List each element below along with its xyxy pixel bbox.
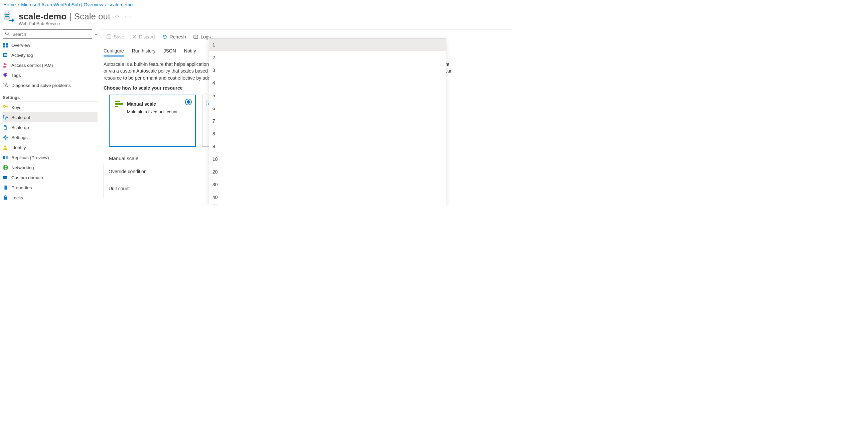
svg-rect-34 bbox=[108, 35, 110, 36]
lock-icon bbox=[3, 195, 8, 200]
network-icon bbox=[3, 165, 8, 170]
diagnose-icon bbox=[3, 83, 8, 88]
page-title-blade: Scale out bbox=[74, 11, 110, 22]
svg-point-21 bbox=[4, 137, 6, 139]
sidebar-section-settings: Settings bbox=[3, 90, 98, 101]
gear-icon bbox=[3, 135, 8, 140]
sidebar-item-replicas-preview-[interactable]: Replicas (Preview) bbox=[3, 152, 98, 162]
sidebar: « OverviewActivity logAccess control (IA… bbox=[0, 29, 100, 205]
search-box[interactable] bbox=[3, 29, 92, 39]
favorite-button[interactable]: ☆ bbox=[113, 12, 121, 22]
breadcrumb-home[interactable]: Home bbox=[3, 2, 16, 7]
svg-rect-32 bbox=[6, 185, 7, 189]
dropdown-option[interactable]: 20 bbox=[209, 166, 446, 178]
sidebar-item-keys[interactable]: Keys bbox=[3, 102, 98, 112]
svg-rect-40 bbox=[115, 106, 118, 107]
svg-line-4 bbox=[8, 34, 9, 36]
dropdown-option[interactable]: 50 bbox=[209, 204, 446, 205]
sidebar-item-label: Custom domain bbox=[11, 175, 43, 180]
sidebar-item-label: Identity bbox=[11, 145, 26, 150]
chevron-right-icon: › bbox=[18, 2, 19, 7]
sidebar-item-settings[interactable]: Settings bbox=[3, 132, 98, 142]
dropdown-option[interactable]: 30 bbox=[209, 178, 446, 191]
sidebar-item-tags[interactable]: Tags bbox=[3, 70, 98, 80]
unit-count-label: Unit count bbox=[108, 186, 209, 191]
svg-rect-1 bbox=[5, 14, 9, 16]
sidebar-item-label: Networking bbox=[11, 165, 34, 170]
svg-rect-38 bbox=[115, 101, 120, 102]
manual-scale-card[interactable]: Manual scale Maintain a fixed unit count bbox=[109, 95, 196, 147]
svg-point-12 bbox=[4, 63, 6, 65]
svg-rect-10 bbox=[4, 54, 7, 55]
sidebar-item-diagnose-and-solve-problems[interactable]: Diagnose and solve problems bbox=[3, 80, 98, 90]
sidebar-item-access-control-iam-[interactable]: Access control (IAM) bbox=[3, 60, 98, 70]
dropdown-option[interactable]: 2 bbox=[209, 51, 446, 64]
dropdown-option[interactable]: 40 bbox=[209, 191, 446, 204]
svg-rect-7 bbox=[3, 46, 5, 48]
sidebar-item-locks[interactable]: Locks bbox=[3, 193, 98, 203]
collapse-nav-button[interactable]: « bbox=[95, 31, 98, 37]
dropdown-option[interactable]: 10 bbox=[209, 153, 446, 166]
sidebar-item-label: Overview bbox=[11, 43, 30, 48]
properties-icon bbox=[3, 185, 8, 190]
sidebar-item-custom-domain[interactable]: Custom domain bbox=[3, 173, 98, 182]
sidebar-item-label: Tags bbox=[11, 73, 21, 78]
svg-point-22 bbox=[4, 145, 6, 147]
tab-json[interactable]: JSON bbox=[164, 46, 176, 56]
dropdown-option[interactable]: 1 bbox=[209, 38, 446, 51]
breadcrumb-provider[interactable]: Microsoft.AzureWebPubSub | Overview bbox=[21, 2, 103, 7]
page-subtitle: Web PubSub Service bbox=[19, 21, 133, 26]
sidebar-item-activity-log[interactable]: Activity log bbox=[3, 50, 98, 60]
sidebar-item-label: Activity log bbox=[11, 53, 33, 58]
svg-rect-24 bbox=[6, 156, 8, 159]
manual-scale-desc: Maintain a fixed unit count bbox=[127, 109, 190, 114]
refresh-icon bbox=[162, 34, 167, 39]
sidebar-item-overview[interactable]: Overview bbox=[3, 40, 98, 50]
svg-rect-6 bbox=[6, 43, 8, 45]
svg-rect-11 bbox=[4, 55, 7, 56]
sidebar-item-scale-out[interactable]: Scale out bbox=[3, 112, 98, 122]
page-header: scale-demo | Scale out ☆ ··· Web PubSub … bbox=[0, 9, 513, 29]
save-icon bbox=[106, 34, 112, 39]
refresh-button[interactable]: Refresh bbox=[159, 32, 189, 41]
svg-rect-30 bbox=[4, 185, 5, 189]
sidebar-item-identity[interactable]: Identity bbox=[3, 142, 98, 152]
svg-rect-2 bbox=[5, 16, 9, 17]
breadcrumb: Home › Microsoft.AzureWebPubSub | Overvi… bbox=[0, 0, 513, 9]
sidebar-item-label: Keys bbox=[11, 105, 21, 110]
svg-rect-39 bbox=[115, 103, 123, 105]
identity-icon bbox=[3, 145, 8, 150]
sidebar-item-networking[interactable]: Networking bbox=[3, 162, 98, 173]
override-condition-label: Override condition bbox=[108, 169, 209, 174]
discard-button[interactable]: Discard bbox=[128, 32, 158, 41]
domain-icon bbox=[3, 175, 8, 180]
svg-rect-19 bbox=[3, 115, 5, 119]
save-button[interactable]: Save bbox=[103, 32, 128, 41]
dropdown-option[interactable]: 5 bbox=[209, 89, 446, 102]
tab-notify[interactable]: Notify bbox=[184, 46, 196, 56]
sidebar-item-properties[interactable]: Properties bbox=[3, 182, 98, 193]
dropdown-option[interactable]: 7 bbox=[209, 115, 446, 127]
close-icon bbox=[132, 34, 137, 39]
dropdown-option[interactable]: 4 bbox=[209, 77, 446, 89]
sidebar-item-label: Scale out bbox=[11, 115, 30, 120]
dropdown-option[interactable]: 9 bbox=[209, 140, 446, 153]
manual-scale-radio[interactable] bbox=[185, 99, 192, 105]
tab-run-history[interactable]: Run history bbox=[132, 46, 156, 56]
breadcrumb-resource[interactable]: scale-demo bbox=[108, 2, 133, 7]
tab-configure[interactable]: Configure bbox=[103, 46, 124, 56]
more-actions-button[interactable]: ··· bbox=[124, 12, 133, 21]
svg-point-16 bbox=[4, 106, 5, 107]
dropdown-option[interactable]: 6 bbox=[209, 102, 446, 115]
sidebar-item-label: Locks bbox=[11, 195, 23, 200]
activity-icon bbox=[3, 53, 8, 58]
svg-rect-31 bbox=[5, 185, 6, 189]
dropdown-option[interactable]: 3 bbox=[209, 64, 446, 77]
sidebar-item-scale-up[interactable]: Scale up bbox=[3, 122, 98, 132]
svg-rect-8 bbox=[6, 46, 8, 48]
search-input[interactable] bbox=[12, 31, 90, 37]
resource-icon bbox=[3, 11, 16, 23]
dropdown-option[interactable]: 8 bbox=[209, 127, 446, 140]
sidebar-item-label: Settings bbox=[11, 135, 28, 140]
chevron-right-icon: › bbox=[105, 2, 106, 7]
